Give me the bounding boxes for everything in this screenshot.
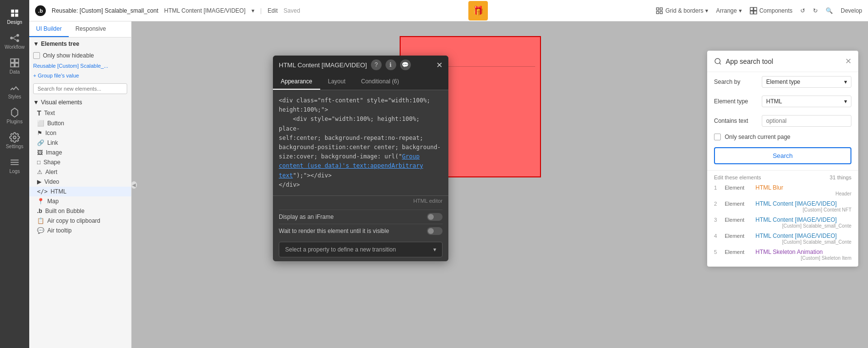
search-elements-input[interactable] <box>33 83 127 94</box>
html-dialog-header: HTML Content [IMAGE/VIDEO] ? ℹ 💬 ✕ <box>273 56 448 74</box>
resize-handle[interactable] <box>132 21 136 348</box>
info-icon-btn[interactable]: ℹ <box>386 59 396 70</box>
element-aircopy[interactable]: 📋 Air copy to clipboard <box>29 216 131 226</box>
app-search-header: App search tool ✕ <box>707 51 858 72</box>
svg-rect-9 <box>11 59 14 62</box>
element-label: HTML Content [IMAGE/VIDEO] <box>164 7 246 14</box>
sidebar-item-styles[interactable]: Styles <box>0 78 29 103</box>
sidebar-item-design[interactable]: Design <box>0 4 29 29</box>
svg-rect-3 <box>15 14 18 17</box>
search-elements <box>29 80 131 97</box>
sidebar-item-plugins[interactable]: Plugins <box>0 103 29 128</box>
element-airtooltip[interactable]: 💬 Air tooltip <box>29 226 131 235</box>
element-text[interactable]: T Text <box>29 108 131 118</box>
sidebar-item-logs[interactable]: Logs <box>0 153 29 178</box>
svg-rect-10 <box>15 59 19 62</box>
element-image[interactable]: 🖼 Image <box>29 148 131 157</box>
reusable-link[interactable]: Reusable [Custom] Scalable_... <box>29 61 131 71</box>
result-item-5[interactable]: 5 Element HTML Skeleton Animation [Custo… <box>707 247 858 263</box>
html-code-editor[interactable]: <div class="nft-content" style="width:10… <box>273 90 448 195</box>
app-search-title: App search tool <box>726 58 841 65</box>
element-alert[interactable]: ⚠ Alert <box>29 167 131 177</box>
only-show-hideable-checkbox[interactable] <box>33 52 40 59</box>
element-icon[interactable]: ⚑ Icon <box>29 128 131 138</box>
svg-point-4 <box>10 37 13 39</box>
visual-elements-header[interactable]: ▼ Visual elements <box>29 97 131 108</box>
only-current-page-checkbox[interactable] <box>714 134 721 140</box>
help-icon-btn[interactable]: ? <box>371 59 382 70</box>
result-item-1[interactable]: 1 Element HTML Blur Header <box>707 182 858 198</box>
element-link[interactable]: 🔗 Link <box>29 138 131 148</box>
search-by-label: Search by <box>714 78 758 85</box>
elements-list: T Text ⬜ Button ⚑ Icon 🔗 Link 🖼 Image □ … <box>29 108 131 348</box>
display-iframe-toggle[interactable] <box>427 213 443 221</box>
transition-dropdown[interactable]: Select a property to define a new transi… <box>279 242 443 257</box>
components-btn[interactable]: Components <box>750 7 792 15</box>
tab-ui-builder[interactable]: UI Builder <box>29 21 69 37</box>
undo-btn[interactable]: ↺ <box>800 7 805 14</box>
grid-borders-btn[interactable]: Grid & borders ▾ <box>656 7 708 15</box>
svg-line-8 <box>13 38 16 40</box>
wait-render-toggle[interactable] <box>427 227 443 235</box>
group-file-link[interactable]: + Group file's value <box>29 71 131 80</box>
search-execute-button[interactable]: Search <box>714 147 851 164</box>
dynamic-link[interactable]: Group content (use data)'s text:appendAr… <box>279 153 423 178</box>
element-dropdown[interactable]: ▾ <box>251 7 254 14</box>
tab-conditional[interactable]: Conditional (6) <box>353 74 407 90</box>
result-item-4[interactable]: 4 Element HTML Content [IMAGE/VIDEO] [Cu… <box>707 231 858 247</box>
elements-tree-header[interactable]: ▼ Elements tree <box>29 38 131 50</box>
edit-elements-label: Edit these elements <box>714 174 761 180</box>
tab-responsive[interactable]: Responsive <box>69 21 113 37</box>
element-type-row: Element type HTML ▾ <box>707 92 858 111</box>
arrange-btn[interactable]: Arrange ▾ <box>716 7 742 14</box>
result-item-3[interactable]: 3 Element HTML Content [IMAGE/VIDEO] [Cu… <box>707 214 858 231</box>
svg-rect-21 <box>660 11 663 14</box>
search-btn[interactable]: 🔍 <box>826 7 833 14</box>
svg-line-7 <box>13 36 16 38</box>
develop-btn[interactable]: Develop <box>841 7 862 14</box>
only-show-hideable-row: Only show hideable <box>29 50 131 61</box>
element-button[interactable]: ⬜ Button <box>29 118 131 128</box>
html-dialog-tabs: Appearance Layout Conditional (6) <box>273 74 448 90</box>
element-map[interactable]: 📍 Map <box>29 196 131 206</box>
svg-rect-1 <box>15 10 18 13</box>
sidebar-item-data[interactable]: Data <box>0 54 29 78</box>
reusable-label: Reusable: [Custom] Scalable_small_cont <box>52 7 158 14</box>
left-panel: UI Builder Responsive ▼ Elements tree On… <box>29 21 132 348</box>
redo-btn[interactable]: ↻ <box>813 7 818 14</box>
top-bar-center: 🎁 <box>306 1 650 20</box>
element-shape[interactable]: □ Shape <box>29 157 131 167</box>
wait-render-row: Wait to render this element until it is … <box>279 224 443 238</box>
html-dialog: HTML Content [IMAGE/VIDEO] ? ℹ 💬 ✕ Appea… <box>273 56 448 261</box>
svg-rect-11 <box>11 63 14 67</box>
svg-rect-0 <box>11 10 14 13</box>
search-by-select[interactable]: Element type ▾ <box>762 76 851 88</box>
element-type-select[interactable]: HTML ▾ <box>762 96 851 107</box>
app-search-close[interactable]: ✕ <box>845 57 851 66</box>
sidebar-item-workflow[interactable]: Workflow <box>0 29 29 54</box>
svg-point-26 <box>715 58 720 64</box>
result-item-2[interactable]: 2 Element HTML Content [IMAGE/VIDEO] [Cu… <box>707 198 858 214</box>
tab-appearance[interactable]: Appearance <box>273 74 320 90</box>
top-bar-right: Grid & borders ▾ Arrange ▾ Components ↺ … <box>656 7 862 15</box>
contains-text-row: Contains text <box>707 111 858 131</box>
comment-icon-btn[interactable]: 💬 <box>400 59 411 70</box>
svg-rect-2 <box>11 14 14 17</box>
result-name-3: HTML Content [IMAGE/VIDEO] <box>755 216 851 223</box>
only-current-page-row: Only search current page <box>707 131 858 143</box>
results-header: Edit these elements 31 things <box>707 173 858 182</box>
sidebar-item-settings[interactable]: Settings <box>0 128 29 153</box>
svg-rect-12 <box>15 63 19 67</box>
gift-icon[interactable]: 🎁 <box>468 1 488 20</box>
element-builtonbubble[interactable]: .b Built on Bubble <box>29 206 131 216</box>
icon-strip: Design Workflow Data Styles Plugins Sett… <box>0 0 29 348</box>
element-video[interactable]: ▶ Video <box>29 177 131 187</box>
panel-tabs: UI Builder Responsive <box>29 21 131 38</box>
display-iframe-row: Display as an iFrame <box>279 210 443 224</box>
dialog-close-btn[interactable]: ✕ <box>436 60 443 70</box>
tab-layout[interactable]: Layout <box>320 74 353 90</box>
result-name-1: HTML Blur <box>755 184 851 191</box>
search-icon <box>714 58 722 65</box>
contains-text-input[interactable] <box>762 115 851 127</box>
element-html[interactable]: </> HTML <box>29 187 131 196</box>
